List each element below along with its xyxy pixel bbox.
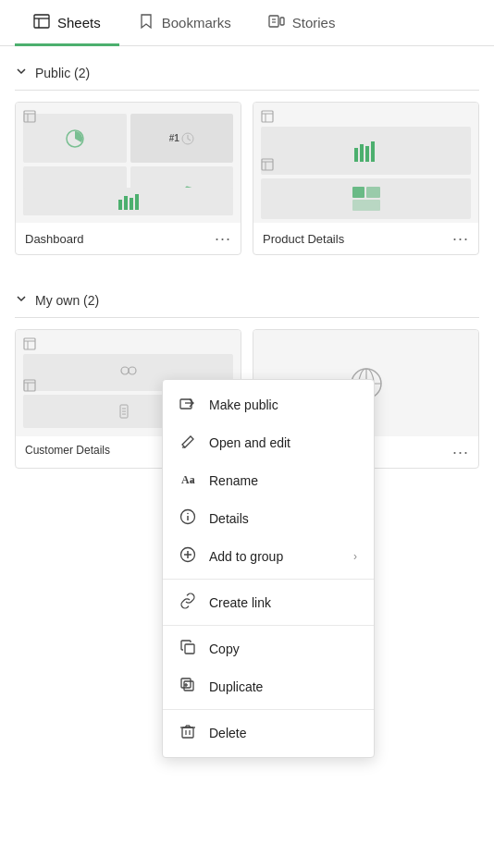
menu-label-make-public: Make public	[209, 397, 278, 412]
page-icon-product	[261, 110, 274, 127]
sheet-card-product-details[interactable]: Product Details ···	[253, 102, 479, 255]
submenu-arrow-icon: ›	[353, 550, 357, 563]
menu-item-duplicate[interactable]: Duplicate	[163, 667, 374, 705]
sheet-name-dashboard: Dashboard	[25, 232, 84, 246]
menu-label-details: Details	[209, 511, 249, 526]
public-sheets-grid: #1	[15, 102, 479, 255]
menu-item-create-link[interactable]: Create link	[163, 583, 374, 621]
link-icon	[179, 593, 196, 612]
rename-icon: Aa	[179, 471, 196, 490]
svg-rect-0	[34, 15, 49, 28]
page-icon-customer-2	[23, 379, 36, 396]
svg-rect-3	[269, 16, 278, 27]
svg-rect-7	[24, 111, 35, 122]
svg-rect-32	[24, 338, 35, 349]
menu-label-duplicate: Duplicate	[209, 679, 263, 694]
svg-rect-64	[182, 727, 193, 738]
svg-rect-59	[185, 644, 194, 654]
delete-icon	[179, 723, 196, 742]
sheet-more-location[interactable]: ···	[452, 444, 469, 460]
add-group-icon	[179, 546, 196, 566]
page-icon-product-2	[261, 158, 274, 175]
svg-point-36	[129, 367, 136, 374]
svg-rect-4	[280, 18, 284, 25]
menu-item-make-public[interactable]: Make public	[163, 385, 374, 423]
bookmarks-icon	[138, 13, 154, 32]
menu-item-add-to-group[interactable]: Add to group ›	[163, 537, 374, 575]
thumb-cell	[23, 114, 127, 163]
page-icon-dashboard	[23, 110, 36, 127]
menu-label-add-to-group: Add to group	[209, 549, 283, 564]
page-icon-customer	[23, 337, 36, 354]
menu-label-copy: Copy	[209, 642, 240, 656]
menu-label-rename: Rename	[209, 473, 258, 488]
tab-sheets-label: Sheets	[57, 15, 101, 31]
sheet-name-customer: Customer Details	[25, 444, 110, 457]
menu-item-copy[interactable]: Copy	[163, 630, 374, 667]
menu-divider-2	[163, 625, 374, 626]
thumb-cell: #1	[130, 114, 234, 163]
menu-item-open-edit[interactable]: Open and edit	[163, 423, 374, 461]
sheets-icon	[33, 13, 50, 32]
sheet-more-dashboard[interactable]: ···	[215, 230, 231, 247]
tab-bar: Sheets Bookmarks Stories	[0, 0, 494, 46]
menu-item-rename[interactable]: Aa Rename	[163, 461, 374, 499]
tab-bookmarks-label: Bookmarks	[162, 15, 231, 31]
sheet-footer-product: Product Details ···	[253, 223, 478, 254]
sheet-footer-dashboard: Dashboard ···	[16, 223, 241, 254]
menu-divider-1	[163, 579, 374, 580]
svg-rect-27	[366, 187, 380, 198]
public-chevron-icon	[15, 65, 28, 80]
menu-divider-3	[163, 709, 374, 710]
public-section-label: Public (2)	[35, 66, 90, 80]
svg-rect-41	[24, 380, 35, 391]
svg-rect-29	[262, 159, 273, 170]
svg-text:Aa: Aa	[181, 473, 195, 486]
sheet-card-dashboard[interactable]: #1	[15, 102, 241, 255]
menu-label-open-edit: Open and edit	[209, 435, 290, 450]
menu-label-create-link: Create link	[209, 595, 271, 610]
tab-stories-label: Stories	[292, 15, 336, 31]
stories-icon	[268, 13, 285, 32]
svg-rect-24	[365, 146, 369, 162]
svg-rect-17	[130, 198, 133, 210]
sheet-name-product: Product Details	[263, 232, 344, 246]
menu-item-delete[interactable]: Delete	[163, 714, 374, 752]
public-divider	[15, 90, 479, 91]
svg-rect-23	[360, 144, 364, 162]
myown-divider	[15, 317, 479, 318]
svg-rect-26	[352, 187, 364, 198]
edit-icon	[179, 433, 196, 452]
svg-rect-28	[352, 200, 380, 211]
svg-rect-15	[118, 200, 122, 210]
svg-rect-18	[135, 194, 139, 210]
sheet-more-product[interactable]: ···	[452, 230, 469, 247]
myown-section-header[interactable]: My own (2)	[15, 274, 479, 317]
svg-rect-48	[180, 399, 191, 409]
svg-point-55	[187, 513, 189, 515]
duplicate-icon	[179, 677, 196, 696]
svg-rect-19	[262, 111, 273, 122]
tab-stories[interactable]: Stories	[250, 0, 354, 46]
myown-chevron-icon	[15, 292, 28, 308]
menu-label-delete: Delete	[209, 726, 246, 740]
tab-bookmarks[interactable]: Bookmarks	[119, 0, 250, 46]
svg-point-35	[121, 367, 129, 374]
make-public-icon	[179, 395, 196, 414]
svg-rect-25	[371, 141, 375, 162]
menu-item-details[interactable]: Details	[163, 499, 374, 537]
public-section-header[interactable]: Public (2)	[15, 46, 479, 90]
info-icon	[179, 508, 196, 528]
myown-section-label: My own (2)	[35, 293, 99, 308]
copy-icon	[179, 639, 196, 658]
svg-rect-16	[124, 196, 128, 210]
svg-rect-22	[354, 148, 358, 162]
tab-sheets[interactable]: Sheets	[15, 0, 119, 46]
context-menu: Make public Open and edit Aa Rename	[162, 379, 375, 758]
